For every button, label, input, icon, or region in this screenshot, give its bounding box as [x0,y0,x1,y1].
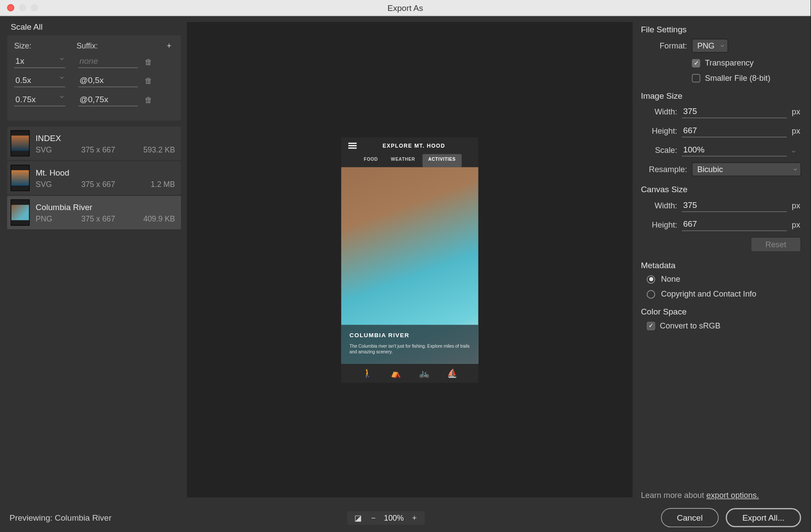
px-unit: px [792,107,801,117]
transparency-checkbox[interactable]: ✓ [692,59,700,67]
metadata-copyright-row: Copyright and Contact Info [641,290,801,299]
learn-more-link[interactable]: export options. [706,491,759,500]
add-scale-button[interactable]: + [164,41,174,51]
cancel-button[interactable]: Cancel [661,508,719,528]
smaller-file-checkbox[interactable] [692,74,700,82]
resample-select[interactable]: Bicubic [692,162,801,176]
left-column: Scale All Size: Suffix: + 1x 🗑 0.5x 🗑 [0,16,187,503]
device-header: EXPLORE MT. HOOD [341,137,478,154]
transparency-label: Transparency [705,59,753,68]
px-unit: px [792,201,801,211]
minimize-window-button [19,4,26,11]
artboard-thumbnail [10,131,29,157]
artboard-list-item[interactable]: INDEX SVG 375 x 667 593.2 KB [7,127,181,160]
trash-icon[interactable]: 🗑 [145,96,152,105]
smaller-file-row: Smaller File (8-bit) [641,74,801,83]
canvas-height-input[interactable] [682,218,787,231]
artboard-size: 1.2 MB [134,180,175,189]
artboard-info: Mt. Hood SVG 375 x 667 1.2 MB [35,168,175,189]
hamburger-icon [348,143,357,149]
zoom-out-button[interactable]: − [369,513,378,522]
caption-body: The Columbia river isn't just for fishin… [350,344,470,356]
device-photo: COLUMBIA RIVER The Columbia river isn't … [341,167,478,364]
artboard-name: Mt. Hood [35,168,175,177]
artboard-name: Columbia River [35,202,175,212]
zoom-window-button [31,4,38,11]
size-header-label: Size: [14,41,77,51]
artboard-format: PNG [35,214,62,224]
scale-select[interactable]: 0.5x [14,74,66,87]
zoom-in-button[interactable]: + [410,513,419,522]
artboard-meta: SVG 375 x 667 593.2 KB [35,145,175,154]
preview-stage: EXPLORE MT. HOOD FOOD WEATHER ACTIVITIES… [198,22,622,497]
artboard-info: INDEX SVG 375 x 667 593.2 KB [35,133,175,154]
srgb-checkbox[interactable]: ✓ [647,322,655,330]
format-row: Format: PNG [641,39,801,52]
fit-to-screen-icon[interactable]: ◪ [353,513,363,522]
px-unit: px [792,220,801,229]
scale-row: 0.75x 🗑 [14,93,174,107]
canvas-width-row: Width: px [641,199,801,212]
device-preview: EXPLORE MT. HOOD FOOD WEATHER ACTIVITIES… [341,137,478,383]
format-select[interactable]: PNG [692,39,728,52]
device-caption: COLUMBIA RIVER The Columbia river isn't … [341,325,478,363]
srgb-row: ✓ Convert to sRGB [641,321,801,331]
trash-icon[interactable]: 🗑 [145,57,152,66]
file-settings-title: File Settings [641,25,801,35]
metadata-copyright-radio[interactable] [647,290,655,298]
suffix-input[interactable] [78,93,138,107]
artboard-list: INDEX SVG 375 x 667 593.2 KB Mt. Hood SV… [7,127,181,231]
artboard-list-item[interactable]: Columbia River PNG 375 x 667 409.9 KB [7,196,181,230]
preview-area: EXPLORE MT. HOOD FOOD WEATHER ACTIVITIES… [187,22,633,497]
titlebar: Export As [0,0,811,16]
height-label: Height: [641,220,677,229]
smaller-file-label: Smaller File (8-bit) [705,74,770,83]
trash-icon[interactable]: 🗑 [145,76,152,86]
scale-select[interactable]: 1x [14,55,66,68]
device-tabs: FOOD WEATHER ACTIVITIES [341,154,478,167]
dialog-title: Export As [0,3,811,13]
learn-more: Learn more about export options. [641,486,801,504]
previewing-label: Previewing: Columbia River [10,513,112,523]
reset-button[interactable]: Reset [750,237,801,252]
artboard-meta: PNG 375 x 667 409.9 KB [35,214,175,224]
artboard-format: SVG [35,180,62,189]
canvas-reset-row: Reset [641,237,801,252]
resample-row: Resample: Bicubic [641,162,801,176]
zoom-controls: ◪ − 100% + [347,511,425,525]
suffix-input[interactable] [78,74,138,87]
export-all-button[interactable]: Export All... [726,508,801,528]
export-as-dialog: Export As Scale All Size: Suffix: + 1x 🗑… [0,0,811,532]
close-window-button[interactable] [7,4,14,11]
artboard-format: SVG [35,145,62,154]
canvas-size-title: Canvas Size [641,185,801,194]
dialog-footer: Previewing: Columbia River ◪ − 100% + Ca… [0,504,811,532]
image-height-input[interactable] [682,124,787,138]
scale-select[interactable]: 0.75x [14,93,66,107]
device-tab: ACTIVITIES [422,154,461,167]
artboard-list-item[interactable]: Mt. Hood SVG 375 x 667 1.2 MB [7,162,181,195]
learn-more-prefix: Learn more about [641,491,707,500]
suffix-input[interactable] [78,55,138,68]
metadata-none-row: None [641,275,801,284]
sail-icon: ⛵ [447,368,457,378]
scale-row: 0.5x 🗑 [14,74,174,87]
image-width-input[interactable] [682,105,787,118]
image-width-row: Width: px [641,105,801,118]
camp-icon: ⛺ [391,368,401,378]
metadata-title: Metadata [641,261,801,270]
bike-icon: 🚲 [419,368,429,378]
canvas-width-input[interactable] [682,199,787,212]
artboard-size: 593.2 KB [134,145,175,154]
metadata-none-radio[interactable] [647,275,655,283]
image-scale-input[interactable] [682,144,787,157]
scale-chevron-icon[interactable]: ⌵ [792,147,801,153]
scale-all-title: Scale All [7,22,181,32]
artboard-dims: 375 x 667 [63,214,134,224]
hike-icon: 🚶 [362,368,372,378]
image-scale-row: Scale: ⌵ [641,144,801,157]
scale-header-row: Size: Suffix: + [14,41,174,51]
footer-actions: Cancel Export All... [661,508,801,528]
image-height-row: Height: px [641,124,801,138]
scale-row: 1x 🗑 [14,55,174,68]
